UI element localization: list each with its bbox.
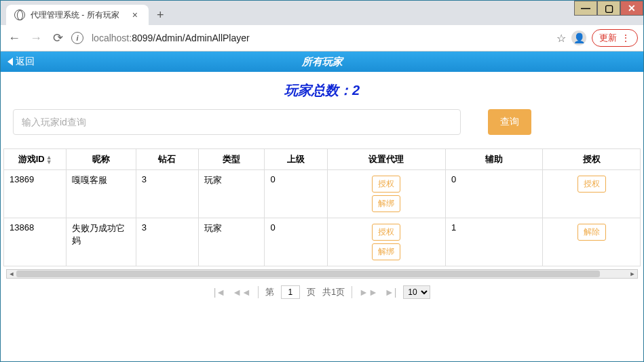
cell-type: 玩家	[199, 170, 265, 218]
scroll-left-icon[interactable]: ◄	[7, 270, 16, 278]
window-maximize-button[interactable]: ▢	[597, 1, 620, 16]
cell-auth-actions: 授权	[543, 170, 641, 218]
table-row: 13868失败乃成功它妈3玩家0授权解绑1解除	[4, 218, 641, 266]
column-superior[interactable]: 上级	[265, 149, 327, 170]
page-next-button[interactable]: ►►	[359, 287, 378, 298]
cell-diamond: 3	[136, 218, 198, 266]
scroll-thumb[interactable]	[16, 270, 600, 277]
sort-icon: ▲▼	[46, 155, 52, 165]
page-number-input[interactable]	[281, 285, 300, 299]
page-last-button[interactable]: ►|	[385, 287, 397, 298]
back-link[interactable]: 返回	[7, 56, 35, 68]
cell-superior: 0	[265, 218, 327, 266]
agent-action-button[interactable]: 解绑	[372, 195, 400, 212]
page-suffix: 页	[307, 286, 316, 298]
pagination: |◄ ◄◄ 第 页 共1页 ►► ►| 10	[3, 279, 641, 306]
close-icon[interactable]: ×	[130, 9, 140, 20]
tab-title: 代理管理系统 - 所有玩家	[31, 9, 130, 21]
cell-agent-actions: 授权解绑	[327, 170, 445, 218]
window-minimize-button[interactable]: —	[574, 1, 597, 16]
new-tab-button[interactable]: +	[149, 8, 172, 22]
column-type[interactable]: 类型	[199, 149, 265, 170]
url-path: 8099/Admin/AdminAllPlayer	[132, 33, 250, 43]
column-set-agent[interactable]: 设置代理	[327, 149, 445, 170]
page-total: 共1页	[322, 286, 345, 298]
cell-auth-actions: 解除	[543, 218, 641, 266]
page-title: 所有玩家	[302, 56, 343, 68]
reload-button[interactable]: ⟳	[50, 30, 66, 46]
menu-dots-icon: ⋮	[621, 33, 630, 43]
page-prefix: 第	[265, 286, 274, 298]
query-button[interactable]: 查询	[488, 109, 531, 135]
cell-nickname: 失败乃成功它妈	[67, 218, 136, 266]
update-button[interactable]: 更新 ⋮	[592, 29, 638, 47]
agent-action-button[interactable]: 授权	[372, 224, 400, 241]
column-game-id[interactable]: 游戏ID▲▼	[4, 149, 67, 170]
column-authorize[interactable]: 授权	[543, 149, 641, 170]
cell-assist: 1	[445, 218, 543, 266]
page-prev-button[interactable]: ◄◄	[232, 287, 251, 298]
cell-type: 玩家	[199, 218, 265, 266]
window-close-button[interactable]: ✕	[620, 1, 643, 16]
arrow-left-icon	[7, 58, 13, 66]
column-nickname[interactable]: 昵称	[67, 149, 136, 170]
player-total-label: 玩家总数：2	[1, 72, 643, 109]
forward-button[interactable]: →	[28, 30, 44, 46]
cell-assist: 0	[445, 170, 543, 218]
search-input[interactable]	[13, 109, 461, 135]
url-host: localhost:	[92, 33, 132, 43]
cell-game-id: 13869	[4, 170, 67, 218]
cell-game-id: 13868	[4, 218, 67, 266]
auth-action-button[interactable]: 授权	[577, 176, 606, 193]
column-diamond[interactable]: 钻石	[136, 149, 198, 170]
address-bar[interactable]: localhost:8099/Admin/AdminAllPlayer	[89, 30, 551, 46]
agent-action-button[interactable]: 解绑	[372, 243, 400, 260]
globe-icon	[14, 9, 25, 20]
agent-action-button[interactable]: 授权	[372, 176, 400, 193]
players-table: 游戏ID▲▼ 昵称 钻石 类型 上级 设置代理 辅助 授权 13869嘎嘎客服3…	[3, 148, 641, 266]
table-row: 13869嘎嘎客服3玩家0授权解绑0授权	[4, 170, 641, 218]
cell-diamond: 3	[136, 170, 198, 218]
browser-tab-active[interactable]: 代理管理系统 - 所有玩家 ×	[6, 5, 149, 25]
column-assist[interactable]: 辅助	[445, 149, 543, 170]
cell-superior: 0	[265, 170, 327, 218]
update-label: 更新	[599, 32, 617, 44]
bookmark-star-icon[interactable]: ☆	[556, 32, 566, 45]
cell-agent-actions: 授权解绑	[327, 218, 445, 266]
page-first-button[interactable]: |◄	[214, 287, 226, 298]
site-info-icon[interactable]: i	[71, 32, 83, 44]
horizontal-scrollbar[interactable]: ◄ ►	[6, 269, 638, 279]
scroll-right-icon[interactable]: ►	[628, 270, 637, 278]
cell-nickname: 嘎嘎客服	[67, 170, 136, 218]
profile-avatar-icon[interactable]: 👤	[571, 31, 586, 45]
browser-tabs: 代理管理系统 - 所有玩家 × +	[1, 1, 643, 25]
back-label: 返回	[16, 56, 35, 68]
page-header: 返回 所有玩家	[1, 52, 643, 72]
auth-action-button[interactable]: 解除	[577, 224, 606, 241]
back-button[interactable]: ←	[6, 30, 22, 46]
page-size-select[interactable]: 10	[403, 285, 430, 299]
